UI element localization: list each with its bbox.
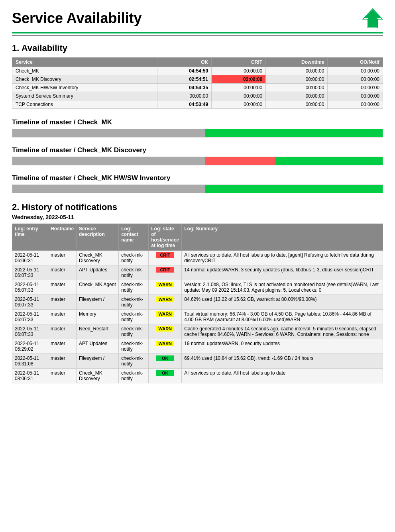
- avail-downtime: 00:00:00: [266, 67, 328, 75]
- timeline-title: Timeline of master / Check_MK HW/SW Inve…: [12, 174, 383, 182]
- avail-ok: 00:00:00: [157, 92, 212, 100]
- timeline-segment-gray: [12, 185, 205, 193]
- notif-contact: check-mk-notify: [119, 280, 149, 295]
- page-title: Service Availability: [12, 10, 142, 27]
- avail-ok: 04:54:35: [157, 84, 212, 92]
- avail-ok: 02:54:51: [157, 75, 212, 84]
- notif-time: 2022-05-11 06:07:33: [12, 324, 48, 339]
- status-badge: WARN: [156, 341, 174, 346]
- notif-time: 2022-05-11 06:07:33: [12, 310, 48, 324]
- notif-contact: check-mk-notify: [119, 295, 149, 310]
- notif-host: master: [48, 251, 77, 265]
- avail-oo: 00:00:00: [328, 84, 383, 92]
- notif-row: 2022-05-11 06:07:33masterMemorycheck-mk-…: [12, 310, 383, 324]
- notif-row: 2022-05-11 06:07:33masterAPT Updateschec…: [12, 265, 383, 280]
- th-summary: Log: Summary: [182, 224, 383, 251]
- notif-time: 2022-05-11 06:07:33: [12, 265, 48, 280]
- notif-host: master: [48, 324, 77, 339]
- timeline-bar: [12, 157, 383, 165]
- avail-ok: 04:53:49: [157, 100, 212, 109]
- notif-contact: check-mk-notify: [119, 310, 149, 324]
- avail-oo: 00:00:00: [328, 67, 383, 75]
- notif-service: APT Updates: [77, 265, 119, 280]
- svg-marker-2: [365, 10, 381, 27]
- timeline-segment-gray: [12, 157, 205, 165]
- avail-service: Check_MK: [12, 67, 157, 75]
- th-service: Servicedescription: [77, 224, 119, 251]
- avail-downtime: 00:00:00: [266, 84, 328, 92]
- avail-row: Check_MK Discovery02:54:5102:00:0000:00:…: [12, 75, 383, 84]
- status-badge: CRIT: [156, 252, 174, 258]
- notif-contact: check-mk-notify: [119, 369, 149, 383]
- notif-service: Check_MK Discovery: [77, 369, 119, 383]
- status-badge: WARN: [156, 326, 174, 332]
- notif-contact: check-mk-notify: [119, 354, 149, 369]
- availability-table: Service OK CRIT Downtime OO/Notif Check_…: [12, 57, 383, 109]
- status-badge: WARN: [156, 282, 174, 287]
- notif-row: 2022-05-11 06:31:08masterFilesystem /che…: [12, 354, 383, 369]
- th-contact: Log: contactname: [119, 224, 149, 251]
- notif-state: OK: [149, 369, 182, 383]
- timeline-bar: [12, 129, 383, 137]
- timeline-bar: [12, 185, 383, 193]
- notif-time: 2022-05-11 06:07:33: [12, 280, 48, 295]
- notif-row: 2022-05-11 06:07:33masterFilesystem /che…: [12, 295, 383, 310]
- notif-host: master: [48, 310, 77, 324]
- col-ok: OK: [157, 58, 212, 67]
- notif-contact: check-mk-notify: [119, 324, 149, 339]
- notif-time: 2022-05-11 06:06:31: [12, 251, 48, 265]
- notif-service: Memory: [77, 310, 119, 324]
- timeline-segment-green: [275, 157, 383, 165]
- th-state: Log: stateofhost/serviceat log time: [149, 224, 182, 251]
- avail-oo: 00:00:00: [328, 92, 383, 100]
- col-downtime: Downtime: [266, 58, 328, 67]
- avail-service: Check_MK Discovery: [12, 75, 157, 84]
- notif-row: 2022-05-11 06:06:31masterCheck_MK Discov…: [12, 251, 383, 265]
- notif-service: Check_MK Discovery: [77, 251, 119, 265]
- avail-row: Check_MK HW/SW Inventory04:54:3500:00:00…: [12, 84, 383, 92]
- notif-host: master: [48, 339, 77, 354]
- th-host: Hostname: [48, 224, 77, 251]
- timeline-segment-gray: [12, 129, 205, 137]
- timeline-section: Timeline of master / Check_MK HW/SW Inve…: [12, 174, 383, 193]
- avail-row: Systemd Service Summary00:00:0000:00:000…: [12, 92, 383, 100]
- notif-summary: 69.41% used (10.84 of 15.62 GB), trend: …: [182, 354, 383, 369]
- notif-row: 2022-05-11 08:06:31masterCheck_MK Discov…: [12, 369, 383, 383]
- col-service: Service: [12, 58, 157, 67]
- status-badge: OK: [156, 370, 174, 376]
- notif-row: 2022-05-11 06:07:33masterCheck_MK Agentc…: [12, 280, 383, 295]
- notif-contact: check-mk-notify: [119, 265, 149, 280]
- avail-oo: 00:00:00: [328, 75, 383, 84]
- notif-state: OK: [149, 354, 182, 369]
- notifications-table: Log: entrytime Hostname Servicedescripti…: [12, 224, 383, 383]
- timeline-title: Timeline of master / Check_MK: [12, 118, 383, 126]
- notif-service: Check_MK Agent: [77, 280, 119, 295]
- notif-service: Filesystem /: [77, 354, 119, 369]
- status-badge: WARN: [156, 311, 174, 317]
- notif-time: 2022-05-11 06:31:08: [12, 354, 48, 369]
- notif-summary: 84.62% used (13.22 of 15.62 GB, warn/cri…: [182, 295, 383, 310]
- notif-service: Need_Restart: [77, 324, 119, 339]
- avail-service: Systemd Service Summary: [12, 92, 157, 100]
- avail-downtime: 00:00:00: [266, 75, 328, 84]
- notif-state: WARN: [149, 324, 182, 339]
- timeline-section: Timeline of master / Check_MK Discovery: [12, 146, 383, 165]
- notif-time: 2022-05-11 08:06:31: [12, 369, 48, 383]
- avail-row: Check_MK04:54:5000:00:0000:00:0000:00:00: [12, 67, 383, 75]
- avail-crit: 00:00:00: [212, 67, 266, 75]
- th-time: Log: entrytime: [12, 224, 48, 251]
- notif-service: Filesystem /: [77, 295, 119, 310]
- notif-summary: Total virtual memory: 66.74% - 3.00 GB o…: [182, 310, 383, 324]
- status-badge: OK: [156, 355, 174, 361]
- notif-summary: All services up to date, All host labels…: [182, 369, 383, 383]
- notif-state: WARN: [149, 295, 182, 310]
- avail-row: TCP Connections04:53:4900:00:0000:00:000…: [12, 100, 383, 109]
- status-badge: CRIT: [156, 267, 174, 273]
- logo-icon: [362, 8, 383, 29]
- avail-crit: 00:00:00: [212, 92, 266, 100]
- avail-downtime: 00:00:00: [266, 100, 328, 109]
- notif-summary: 19 normal updatesWARN, 0 security update…: [182, 339, 383, 354]
- avail-oo: 00:00:00: [328, 100, 383, 109]
- notif-service: APT Updates: [77, 339, 119, 354]
- notif-contact: check-mk-notify: [119, 339, 149, 354]
